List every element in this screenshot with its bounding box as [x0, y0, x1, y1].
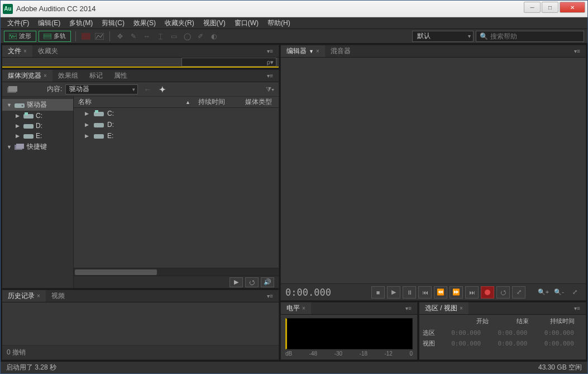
- tab-files[interactable]: 文件×: [2, 45, 32, 57]
- slip-tool-icon[interactable]: ↔: [141, 31, 152, 42]
- tab-effects-rack[interactable]: 效果组: [52, 70, 84, 82]
- tab-video[interactable]: 视频: [46, 290, 70, 302]
- play-button[interactable]: ▶: [387, 286, 400, 299]
- record-button[interactable]: [481, 286, 494, 299]
- zoom-in-icon[interactable]: 🔍+: [537, 286, 550, 299]
- nav-fwd-icon[interactable]: ✦: [157, 85, 168, 94]
- menu-edit[interactable]: 编辑(E): [34, 17, 65, 30]
- menu-effects[interactable]: 效果(S): [129, 17, 160, 30]
- spectral-freq-icon[interactable]: [80, 31, 92, 42]
- tree-drives[interactable]: ▼ 驱动器: [2, 99, 73, 111]
- menu-view[interactable]: 视图(V): [199, 17, 230, 30]
- close-icon[interactable]: ×: [37, 293, 40, 299]
- tab-media-browser[interactable]: 媒体浏览器×: [2, 70, 52, 82]
- view-end[interactable]: 0:00.000: [489, 340, 536, 347]
- marquee-tool-icon[interactable]: ▭: [168, 31, 179, 42]
- view-start[interactable]: 0:00.000: [443, 340, 489, 347]
- panel-menu-icon[interactable]: ▾≡: [571, 305, 584, 311]
- list-item[interactable]: ▶ C:: [74, 108, 279, 119]
- rewind-button[interactable]: ⏪: [434, 286, 447, 299]
- chevron-right-icon[interactable]: ▶: [85, 133, 90, 139]
- menu-favorites[interactable]: 收藏夹(R): [160, 17, 199, 30]
- pause-button[interactable]: ⏸: [403, 286, 416, 299]
- tree-drive-c[interactable]: ▶ C:: [2, 111, 73, 121]
- brush-tool-icon[interactable]: ✐: [195, 31, 206, 42]
- tab-editor[interactable]: 编辑器 ▼ ×: [281, 45, 325, 57]
- panel-menu-icon[interactable]: ▾≡: [264, 48, 276, 54]
- tab-properties[interactable]: 属性: [108, 70, 133, 82]
- stop-button[interactable]: ■: [371, 286, 385, 299]
- workspace-select[interactable]: 默认: [412, 31, 474, 42]
- loop-button[interactable]: 🔊: [261, 277, 274, 287]
- ffwd-button[interactable]: ⏩: [450, 286, 463, 299]
- panel-menu-icon[interactable]: ▾≡: [402, 305, 415, 311]
- zoom-full-icon[interactable]: ⤢: [568, 286, 581, 299]
- chevron-right-icon[interactable]: ▶: [16, 113, 21, 119]
- tab-selection-view[interactable]: 选区 / 视图×: [419, 302, 469, 314]
- waveform-mode-button[interactable]: 波形: [4, 31, 36, 42]
- prev-button[interactable]: ⏮: [418, 286, 432, 299]
- tab-history[interactable]: 历史记录×: [2, 290, 46, 302]
- timecode-display[interactable]: 0:00.000: [285, 287, 331, 298]
- chevron-down-icon[interactable]: ▼: [7, 102, 12, 108]
- tree-shortcuts[interactable]: ▼ 快捷键: [2, 141, 73, 153]
- nav-back-icon[interactable]: ←: [141, 85, 154, 94]
- filter-icon[interactable]: ⧩▾: [266, 86, 274, 93]
- tab-markers[interactable]: 标记: [84, 70, 108, 82]
- tree-drive-e[interactable]: ▶ E:: [2, 131, 73, 141]
- view-dur[interactable]: 0:00.000: [536, 340, 582, 347]
- shortcut-icon[interactable]: [7, 85, 18, 94]
- skip-selection-button[interactable]: ⤢: [512, 286, 525, 299]
- chevron-right-icon[interactable]: ▶: [16, 123, 21, 129]
- chevron-down-icon[interactable]: ▼: [7, 144, 12, 150]
- lasso-tool-icon[interactable]: ◯: [181, 31, 193, 42]
- tab-mixer[interactable]: 混音器: [325, 45, 356, 57]
- close-icon[interactable]: ×: [460, 305, 463, 311]
- sel-dur[interactable]: 0:00.000: [536, 329, 582, 337]
- spectral-pitch-icon[interactable]: [94, 31, 105, 42]
- move-tool-icon[interactable]: ✥: [114, 31, 126, 42]
- panel-menu-icon[interactable]: ▾≡: [264, 293, 276, 299]
- col-duration[interactable]: 持续时间: [195, 97, 245, 107]
- time-select-icon[interactable]: ⌶: [155, 31, 166, 42]
- horizontal-scrollbar[interactable]: [74, 268, 279, 276]
- panel-menu-icon[interactable]: ▾≡: [264, 73, 276, 79]
- panel-menu-icon[interactable]: ▾≡: [571, 48, 584, 54]
- autoplay-button[interactable]: ⭯: [245, 277, 259, 287]
- menu-help[interactable]: 帮助(H): [263, 17, 295, 30]
- editor-dropdown-icon[interactable]: ▼: [309, 49, 314, 54]
- editor-canvas[interactable]: [281, 58, 586, 283]
- col-name[interactable]: 名称▲: [74, 97, 195, 107]
- tree-drive-d[interactable]: ▶ D:: [2, 121, 73, 131]
- list-item[interactable]: ▶ D:: [74, 119, 279, 130]
- close-icon[interactable]: ×: [23, 48, 27, 54]
- chevron-right-icon[interactable]: ▶: [85, 111, 90, 116]
- help-search[interactable]: 🔍: [476, 31, 584, 42]
- menu-multitrack[interactable]: 多轨(M): [65, 17, 97, 30]
- close-icon[interactable]: ×: [316, 48, 319, 54]
- files-filter-input[interactable]: ρ▾: [181, 58, 276, 67]
- content-select[interactable]: 驱动器: [65, 84, 138, 94]
- loop-button[interactable]: ⭯: [496, 286, 510, 299]
- tab-favorites[interactable]: 收藏夹: [32, 45, 64, 57]
- tab-levels[interactable]: 电平×: [281, 302, 311, 314]
- close-icon[interactable]: ×: [44, 73, 47, 79]
- chevron-right-icon[interactable]: ▶: [16, 133, 21, 139]
- next-button[interactable]: ⏭: [465, 286, 479, 299]
- close-button[interactable]: ✕: [560, 2, 585, 13]
- play-preview-button[interactable]: ▶: [230, 277, 243, 287]
- menu-file[interactable]: 文件(F): [3, 17, 34, 30]
- col-type[interactable]: 媒体类型: [245, 97, 279, 107]
- zoom-out-icon[interactable]: 🔍-: [552, 286, 566, 299]
- multitrack-mode-button[interactable]: 多轨: [39, 31, 71, 42]
- spot-heal-icon[interactable]: ◐: [208, 31, 219, 42]
- chevron-right-icon[interactable]: ▶: [85, 122, 90, 127]
- sel-start[interactable]: 0:00.000: [443, 329, 489, 337]
- minimize-button[interactable]: ─: [524, 2, 541, 13]
- menu-window[interactable]: 窗口(W): [230, 17, 263, 30]
- maximize-button[interactable]: □: [542, 2, 558, 13]
- razor-tool-icon[interactable]: ✎: [128, 31, 139, 42]
- list-item[interactable]: ▶ E:: [74, 130, 279, 141]
- menu-clip[interactable]: 剪辑(C): [97, 17, 129, 30]
- help-search-input[interactable]: [490, 32, 580, 40]
